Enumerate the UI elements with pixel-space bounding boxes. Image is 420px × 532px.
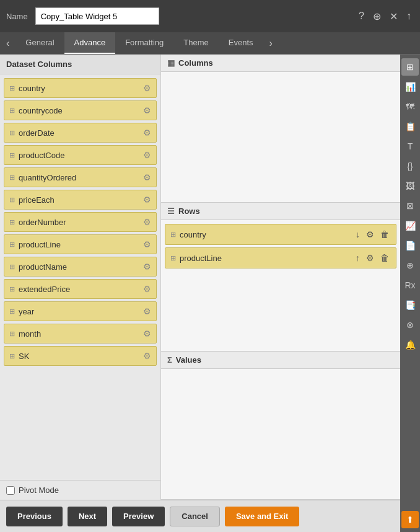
- values-section: Σ Values: [161, 352, 400, 500]
- column-gear-icon[interactable]: ⚙: [143, 306, 151, 316]
- dataset-columns-title: Dataset Columns: [0, 55, 160, 74]
- column-type-icon: ⊞: [9, 263, 15, 271]
- cancel-button[interactable]: Cancel: [170, 507, 220, 526]
- column-item-quantityordered[interactable]: ⊞ quantityOrdered ⚙: [4, 167, 157, 187]
- row-down-button[interactable]: ↓: [354, 228, 362, 241]
- sidebar-image-icon[interactable]: 🖼: [401, 177, 419, 195]
- row-delete-button[interactable]: 🗑: [378, 228, 391, 241]
- tab-theme[interactable]: Theme: [173, 32, 218, 54]
- tab-events[interactable]: Events: [219, 32, 263, 54]
- help-button[interactable]: ?: [356, 9, 367, 23]
- column-item-extendedprice[interactable]: ⊞ extendedPrice ⚙: [4, 279, 157, 299]
- values-content: [161, 369, 400, 499]
- column-item-year[interactable]: ⊞ year ⚙: [4, 301, 157, 321]
- sidebar-file-icon[interactable]: 📄: [401, 237, 419, 254]
- column-gear-icon[interactable]: ⚙: [143, 262, 151, 272]
- values-section-header: Σ Values: [161, 352, 400, 369]
- column-type-icon: ⊞: [9, 285, 15, 293]
- header-bar: Name ? ⊕ ✕ ↑: [0, 0, 420, 32]
- row-up-button[interactable]: ↑: [354, 252, 362, 264]
- sidebar-report-icon[interactable]: 📋: [401, 118, 419, 135]
- right-sidebar: ⊞ 📊 🗺 📋 T {} 🖼 ⊠ 📈 📄 ⊕ Rx 📑 ⊗ 🔔 ⬆: [400, 55, 420, 532]
- row-item-country: ⊞ country ↓ ⚙ 🗑: [165, 224, 396, 245]
- column-gear-icon[interactable]: ⚙: [143, 128, 151, 138]
- row-type-icon: ⊞: [170, 254, 176, 262]
- column-gear-icon[interactable]: ⚙: [143, 150, 151, 160]
- left-panel: Dataset Columns ⊞ country ⚙ ⊞ countrycod…: [0, 55, 161, 500]
- columns-content: [161, 72, 400, 202]
- sidebar-layers-icon[interactable]: ⊗: [401, 316, 419, 334]
- tab-next-button[interactable]: ›: [263, 32, 279, 54]
- widget-name-input[interactable]: [35, 7, 159, 25]
- sidebar-text-icon[interactable]: T: [401, 138, 419, 155]
- sidebar-grid-icon[interactable]: ⊠: [401, 197, 419, 215]
- tab-prev-button[interactable]: ‹: [0, 32, 15, 54]
- column-gear-icon[interactable]: ⚙: [143, 217, 151, 227]
- sidebar-rx-icon[interactable]: Rx: [401, 277, 419, 294]
- pivot-row: Pivot Mode: [0, 480, 160, 500]
- column-item-sk[interactable]: ⊞ SK ⚙: [4, 346, 157, 366]
- values-icon: Σ: [167, 355, 172, 365]
- pivot-mode-checkbox[interactable]: [6, 486, 15, 495]
- rows-section-header: ☰ Rows: [161, 203, 400, 220]
- column-type-icon: ⊞: [9, 352, 15, 360]
- header-icons: ? ⊕ ✕ ↑: [356, 9, 414, 24]
- sidebar-group-icon[interactable]: ⊕: [401, 257, 419, 274]
- column-item-productname[interactable]: ⊞ productName ⚙: [4, 257, 157, 277]
- move-button[interactable]: ⊕: [370, 9, 383, 24]
- columns-icon: ▦: [167, 58, 175, 68]
- sidebar-map-icon[interactable]: 🗺: [401, 98, 419, 115]
- columns-section-header: ▦ Columns: [161, 55, 400, 72]
- column-gear-icon[interactable]: ⚙: [143, 172, 151, 182]
- close-button[interactable]: ✕: [387, 9, 400, 24]
- column-gear-icon[interactable]: ⚙: [143, 83, 151, 93]
- column-item-countrycode[interactable]: ⊞ countrycode ⚙: [4, 100, 157, 120]
- sidebar-report2-icon[interactable]: 📑: [401, 296, 419, 314]
- collapse-button[interactable]: ↑: [404, 9, 414, 23]
- column-gear-icon[interactable]: ⚙: [143, 351, 151, 361]
- sidebar-code-icon[interactable]: {}: [401, 157, 419, 175]
- tab-general[interactable]: General: [15, 32, 64, 54]
- column-gear-icon[interactable]: ⚙: [143, 239, 151, 249]
- column-item-month[interactable]: ⊞ month ⚙: [4, 324, 157, 344]
- column-item-country[interactable]: ⊞ country ⚙: [4, 78, 157, 98]
- column-item-orderdate[interactable]: ⊞ orderDate ⚙: [4, 123, 157, 143]
- row-gear-button[interactable]: ⚙: [364, 252, 376, 264]
- column-type-icon: ⊞: [9, 84, 15, 92]
- tab-bar: ‹ General Advance Formatting Theme Event…: [0, 32, 420, 55]
- rows-content: ⊞ country ↓ ⚙ 🗑 ⊞ productLine: [161, 220, 400, 350]
- column-gear-icon[interactable]: ⚙: [143, 329, 151, 339]
- pivot-mode-label: Pivot Mode: [19, 485, 59, 495]
- columns-section: ▦ Columns: [161, 55, 400, 203]
- column-type-icon: ⊞: [9, 330, 15, 338]
- sidebar-chart-bar-icon[interactable]: 📊: [401, 78, 419, 95]
- column-item-priceeach[interactable]: ⊞ priceEach ⚙: [4, 190, 157, 210]
- row-type-icon: ⊞: [170, 231, 176, 239]
- sidebar-bell-icon[interactable]: 🔔: [401, 336, 419, 353]
- column-item-productline[interactable]: ⊞ productLine ⚙: [4, 234, 157, 254]
- next-button[interactable]: Next: [68, 507, 107, 526]
- sidebar-chart-line-icon[interactable]: 📈: [401, 217, 419, 234]
- preview-button[interactable]: Preview: [112, 507, 165, 526]
- sidebar-upload-icon[interactable]: ⬆: [401, 511, 419, 528]
- tab-formatting[interactable]: Formatting: [115, 32, 173, 54]
- row-actions: ↓ ⚙ 🗑: [354, 228, 391, 241]
- row-delete-button[interactable]: 🗑: [378, 252, 391, 264]
- row-gear-button[interactable]: ⚙: [364, 228, 376, 241]
- column-gear-icon[interactable]: ⚙: [143, 105, 151, 115]
- column-list: ⊞ country ⚙ ⊞ countrycode ⚙ ⊞ orderDate …: [0, 74, 160, 480]
- column-item-ordernumber[interactable]: ⊞ orderNumber ⚙: [4, 212, 157, 232]
- previous-button[interactable]: Previous: [6, 507, 63, 526]
- column-gear-icon[interactable]: ⚙: [143, 195, 151, 205]
- column-item-productcode[interactable]: ⊞ productCode ⚙: [4, 145, 157, 165]
- save-exit-button[interactable]: Save and Exit: [225, 507, 300, 526]
- footer-bar: Previous Next Preview Cancel Save and Ex…: [0, 500, 400, 532]
- column-type-icon: ⊞: [9, 241, 15, 249]
- sidebar-table-icon[interactable]: ⊞: [401, 58, 419, 76]
- column-type-icon: ⊞: [9, 196, 15, 204]
- tab-advance[interactable]: Advance: [64, 32, 116, 54]
- column-type-icon: ⊞: [9, 174, 15, 182]
- column-gear-icon[interactable]: ⚙: [143, 284, 151, 294]
- column-type-icon: ⊞: [9, 308, 15, 316]
- row-item-productline: ⊞ productLine ↑ ⚙ 🗑: [165, 247, 396, 268]
